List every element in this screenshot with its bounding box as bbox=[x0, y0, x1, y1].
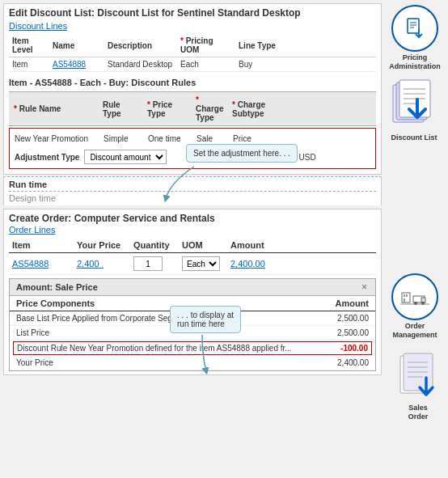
svg-rect-14 bbox=[404, 298, 405, 302]
order-mgmt-svg bbox=[400, 285, 429, 309]
cell-price-type: One time bbox=[143, 133, 192, 145]
order-title: Create Order: Computer Service and Renta… bbox=[9, 213, 376, 224]
callout-1-text: Set the adjustment here. . . bbox=[193, 149, 290, 158]
popup-col-components: Price Components bbox=[16, 298, 95, 308]
cell-line-type: Buy bbox=[235, 59, 280, 70]
pricing-admin-label: PricingAdministration bbox=[387, 53, 443, 71]
rules-table-header: * Rule Name Rule Type * Price Type * Cha… bbox=[9, 91, 376, 126]
order-subtitle[interactable]: Order Lines bbox=[9, 225, 376, 235]
popup-cell-amount-2: 2,500.00 bbox=[337, 328, 369, 337]
cell-item-level: Item bbox=[9, 59, 49, 70]
order-table-header: Item Your Price Quantity UOM Amount bbox=[9, 238, 376, 253]
pricing-admin-icon bbox=[391, 5, 438, 52]
col-line-type: Line Type bbox=[235, 40, 280, 51]
main-container: Edit Discount List: Discount List for Se… bbox=[0, 0, 448, 478]
order-col-amount: Amount bbox=[227, 239, 280, 251]
callout-2-arrow bbox=[178, 335, 243, 375]
svg-rect-13 bbox=[406, 294, 408, 297]
col-description: Description bbox=[104, 40, 177, 51]
uom-select[interactable]: Each bbox=[182, 256, 220, 271]
col-charge-subtype: * Charge Subtype bbox=[227, 99, 280, 120]
cell-rule-type: Simple bbox=[99, 133, 143, 145]
cell-charge-type: Sale bbox=[192, 133, 228, 145]
discount-table-header: Item Level Name Description * Pricing UO… bbox=[9, 34, 376, 57]
sales-order-icon-area[interactable]: SalesOrder bbox=[390, 349, 446, 421]
svg-rect-12 bbox=[404, 294, 405, 297]
col-charge-type: * Charge Type bbox=[191, 94, 227, 124]
adjustment-type-select[interactable]: Discount amount Discount percent bbox=[84, 150, 167, 164]
order-mgmt-label: OrderManagement bbox=[387, 322, 443, 340]
popup-col-amount: Amount bbox=[335, 298, 369, 308]
order-mgmt-icon bbox=[391, 273, 438, 320]
pricing-admin-icon-area[interactable]: PricingAdministration bbox=[387, 5, 443, 71]
callout-2-text: . . . to display atrun time here bbox=[177, 311, 234, 328]
order-col-item: Item bbox=[9, 239, 74, 251]
popup-cell-amount-1: 2,500.00 bbox=[337, 314, 369, 323]
popup-title: Amount: Sale Price bbox=[16, 282, 98, 292]
svg-rect-11 bbox=[402, 293, 410, 302]
callout-1-container: Set the adjustment here. . . bbox=[186, 144, 298, 163]
order-table-row: AS54888 2,400 , Each 2,400.00 bbox=[9, 253, 376, 275]
popup-cell-label-4: Your Price bbox=[16, 358, 53, 367]
cell-charge-subtype: Price bbox=[228, 133, 281, 145]
discount-list-icon-area[interactable]: Discount List bbox=[382, 77, 446, 142]
pricing-admin-svg bbox=[403, 16, 427, 40]
callout-1-box: Set the adjustment here. . . bbox=[186, 144, 298, 163]
section-title: Edit Discount List: Discount List for Se… bbox=[9, 7, 376, 19]
popup-close-button[interactable]: × bbox=[360, 281, 369, 293]
order-cell-qty bbox=[130, 256, 179, 272]
discount-table-row: Item AS54888 Standard Desktop Each Buy bbox=[9, 57, 376, 72]
discount-list-label: Discount List bbox=[382, 133, 446, 142]
rules-subtitle: Item - AS54888 - Each - Buy: Discount Ru… bbox=[9, 76, 376, 89]
discount-list-svg bbox=[387, 77, 442, 132]
order-cell-price: 2,400 , bbox=[74, 258, 130, 269]
order-col-qty: Quantity bbox=[130, 239, 179, 251]
discount-lines-link[interactable]: Discount Lines bbox=[9, 21, 376, 31]
popup-cell-amount-3: -100.00 bbox=[340, 344, 368, 353]
quantity-input[interactable] bbox=[133, 256, 163, 271]
popup-header: Amount: Sale Price × bbox=[10, 279, 375, 296]
order-col-price: Your Price bbox=[74, 239, 130, 251]
cell-pricing-uom: Each bbox=[177, 59, 235, 70]
callout-2-box: . . . to display atrun time here bbox=[170, 306, 241, 333]
order-mgmt-icon-area[interactable]: OrderManagement bbox=[387, 273, 443, 340]
sales-order-label: SalesOrder bbox=[390, 404, 446, 421]
svg-rect-0 bbox=[408, 19, 419, 33]
popup-cell-amount-4: 2,400.00 bbox=[337, 358, 369, 367]
col-pricing-uom: * Pricing UOM bbox=[177, 36, 235, 55]
col-price-type: * Price Type bbox=[142, 99, 191, 120]
order-cell-amount[interactable]: 2,400.00 bbox=[227, 258, 280, 269]
order-col-uom: UOM bbox=[179, 239, 227, 251]
cell-rule-name[interactable]: New Year Promotion bbox=[10, 133, 99, 145]
col-rule-name: * Rule Name bbox=[9, 103, 98, 115]
callout-1-arrow bbox=[162, 167, 226, 207]
col-rule-type: Rule Type bbox=[98, 99, 142, 120]
popup-cell-label-2: List Price bbox=[16, 328, 49, 337]
sales-order-svg bbox=[392, 349, 445, 402]
order-cell-item[interactable]: AS54888 bbox=[9, 258, 74, 269]
col-name: Name bbox=[49, 40, 104, 51]
popup-cell-label-3: Discount Rule New Year Promotion defined… bbox=[17, 344, 334, 353]
callout-2-container: . . . to display atrun time here bbox=[170, 306, 241, 333]
adjustment-currency: USD bbox=[299, 153, 316, 162]
adjustment-type-label: Adjustment Type bbox=[15, 153, 79, 162]
cell-name[interactable]: AS54888 bbox=[49, 59, 104, 70]
order-cell-uom: Each bbox=[179, 256, 227, 272]
col-item-level: Item Level bbox=[9, 36, 49, 55]
cell-description: Standard Desktop bbox=[104, 59, 177, 70]
